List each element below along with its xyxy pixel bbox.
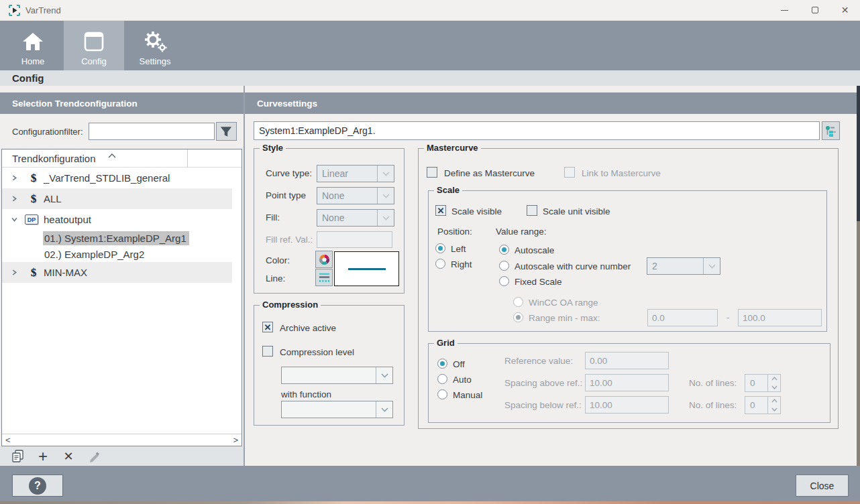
position-right-radio[interactable]: [435, 259, 445, 269]
desktop-bleed-right-bottom: [857, 221, 860, 466]
archive-active-checkbox[interactable]: ✕: [262, 322, 273, 332]
grid-manual-radio[interactable]: [437, 389, 447, 399]
app-logo-icon: [9, 5, 20, 16]
edit-config-button[interactable]: [86, 448, 102, 464]
define-mastercurve-label: Define as Mastercurve: [444, 168, 535, 178]
color-label: Color:: [266, 255, 290, 265]
autoscale-curve-radio[interactable]: [499, 261, 509, 271]
chevron-down-icon: [377, 188, 394, 204]
column-separator: [187, 149, 188, 168]
datapoint-input[interactable]: [254, 121, 820, 140]
reference-value-label: Reference value:: [504, 356, 573, 366]
compression-function-dropdown[interactable]: [281, 401, 393, 418]
spacing-above-input: [585, 374, 669, 391]
chevron-down-icon: [703, 258, 720, 274]
desktop-bleed-bottom: [0, 501, 860, 504]
fill-ref-input: [317, 231, 392, 248]
value-range-label: Value range:: [496, 227, 547, 237]
script-config-icon: $: [29, 266, 38, 279]
curve-type-dropdown[interactable]: Linear: [317, 165, 394, 182]
tree-edit-toolbar: + ✕: [0, 446, 244, 466]
autoscale-radio[interactable]: [499, 245, 509, 255]
help-button[interactable]: ?: [12, 475, 63, 497]
curve-number-value: 2: [647, 258, 703, 274]
tab-config[interactable]: Config: [64, 21, 124, 70]
position-label: Position:: [437, 227, 472, 237]
chevron-down-icon[interactable]: [11, 216, 18, 223]
spacing-below-label: Spacing below ref.:: [504, 400, 582, 410]
tree-body: $ _VarTrend_STDLIB_general $ ALL DP heat…: [2, 168, 241, 434]
tree-item-vartrend-stdlib[interactable]: $ _VarTrend_STDLIB_general: [2, 168, 232, 188]
script-config-icon: $: [29, 192, 38, 206]
configuration-filter-row: Configurationfilter:: [0, 114, 244, 149]
add-config-button[interactable]: +: [35, 448, 51, 464]
tree-item-min-max[interactable]: $ MIN-MAX: [2, 262, 232, 283]
tree-item-curve-2[interactable]: 02.) ExampleDP_Arg2: [2, 246, 232, 262]
style-group-title: Style: [260, 143, 286, 153]
tab-settings[interactable]: Settings: [125, 21, 185, 70]
close-button[interactable]: Close: [796, 475, 849, 497]
funnel-icon: [219, 125, 233, 138]
selection-panel-header: Selection Trendconfiguration: [0, 92, 244, 114]
chevron-right-icon[interactable]: [11, 175, 18, 181]
tree-horizontal-scrollbar[interactable]: < >: [2, 434, 241, 446]
compression-group: Compression ✕ Archive active Compression…: [254, 305, 405, 426]
tree-item-curve-1[interactable]: 01.) System1:ExampleDP_Arg1: [2, 230, 232, 246]
point-type-dropdown[interactable]: None: [317, 187, 394, 204]
fixed-scale-radio[interactable]: [499, 276, 509, 286]
grid-manual-label: Manual: [453, 390, 482, 400]
lines-above-label: No. of lines:: [689, 378, 737, 388]
minimize-button[interactable]: [769, 0, 800, 20]
color-picker-button[interactable]: [315, 251, 333, 268]
maximize-icon: [812, 7, 818, 13]
sort-ascending-icon: [108, 153, 116, 158]
scale-unit-visible-checkbox[interactable]: [527, 205, 537, 216]
scroll-left-icon[interactable]: <: [5, 435, 11, 445]
scale-visible-checkbox[interactable]: ✕: [435, 205, 446, 216]
scroll-right-icon[interactable]: >: [233, 435, 238, 445]
tree-item-label: ALL: [44, 193, 62, 204]
tab-home[interactable]: Home: [13, 21, 52, 70]
spacing-below-input: [585, 396, 669, 414]
tree-item-heatoutput[interactable]: DP heatoutput: [2, 209, 232, 230]
fixed-scale-label: Fixed Scale: [515, 277, 562, 287]
delete-config-button[interactable]: ✕: [60, 448, 76, 464]
grid-off-radio[interactable]: [437, 359, 447, 369]
tree-item-label: heatoutput: [44, 214, 91, 225]
config-icon: [83, 27, 105, 56]
define-mastercurve-checkbox[interactable]: [427, 167, 437, 178]
trend-configuration-tree: Trendkonfiguration $ _VarTrend_STDLIB_ge…: [1, 149, 242, 446]
tree-column-header-label: Trendkonfiguration: [12, 153, 96, 164]
grid-group: Grid Off Auto Manual Reference value: Sp…: [428, 343, 830, 423]
copy-config-button[interactable]: [9, 448, 25, 464]
chevron-down-icon: [376, 401, 392, 418]
chevron-right-icon[interactable]: [11, 196, 18, 202]
scale-visible-label: Scale visible: [451, 206, 502, 216]
wincc-range-radio: [513, 297, 523, 307]
grid-auto-radio[interactable]: [437, 374, 447, 384]
autoscale-curve-label: Autoscale with curve number: [515, 261, 631, 271]
configuration-filter-label: Configurationfilter:: [12, 127, 83, 137]
compression-level-checkbox[interactable]: [262, 346, 273, 357]
lines-below-label: No. of lines:: [689, 400, 737, 410]
position-left-radio[interactable]: [435, 243, 445, 253]
close-window-button[interactable]: ✕: [830, 0, 860, 20]
lines-below-value: 0: [745, 397, 767, 414]
curve-type-value: Linear: [317, 166, 377, 182]
tree-column-header[interactable]: Trendkonfiguration: [2, 149, 241, 168]
line-label: Line:: [266, 273, 285, 284]
configuration-filter-input[interactable]: [89, 123, 215, 140]
dp-tree-icon: [825, 125, 837, 137]
range-separator: -: [727, 312, 730, 322]
datapoint-select-button[interactable]: [822, 121, 840, 140]
settings-gear-icon: [142, 27, 168, 56]
lines-below-spinner: 0: [745, 396, 781, 414]
fill-dropdown[interactable]: None: [317, 209, 394, 227]
line-style-button[interactable]: [315, 269, 333, 286]
tree-item-all[interactable]: $ ALL: [2, 188, 232, 209]
curve-preview: [334, 251, 399, 286]
chevron-right-icon[interactable]: [11, 269, 18, 275]
filter-button[interactable]: [216, 122, 237, 141]
maximize-button[interactable]: [800, 0, 830, 20]
compression-level-dropdown[interactable]: [281, 367, 393, 384]
